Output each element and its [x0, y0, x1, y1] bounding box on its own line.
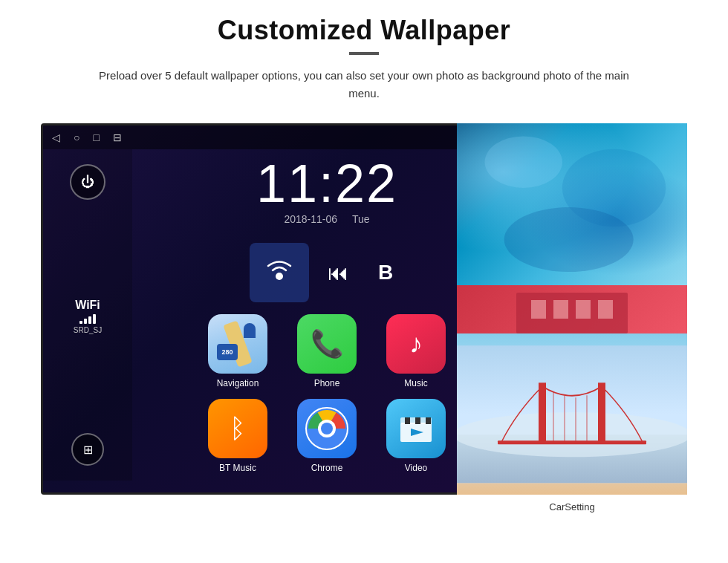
svg-rect-16 [553, 300, 568, 319]
svg-point-11 [485, 136, 562, 188]
bridge-scene-visual [457, 333, 687, 495]
wallpaper-thumb-ice[interactable] [457, 123, 687, 285]
wifi-bars [74, 313, 102, 324]
wallpaper-thumbnails [457, 123, 687, 495]
title-divider [349, 52, 379, 55]
wifi-bar-2 [84, 319, 87, 324]
svg-rect-9 [426, 417, 431, 424]
building-decoration [457, 285, 687, 333]
svg-rect-23 [598, 383, 605, 442]
back-icon[interactable]: ◁ [52, 131, 60, 143]
main-content: ⏻ WiFi SRD_SJ ⊞ 11:2 [43, 149, 521, 481]
wifi-ssid: SRD_SJ [74, 326, 102, 334]
media-b-icon[interactable]: B [367, 254, 404, 291]
wifi-bar-3 [88, 316, 91, 324]
chrome-logo-icon [305, 406, 349, 451]
apps-grid-button[interactable]: ⊞ [71, 433, 104, 466]
navigation-label: Navigation [217, 378, 259, 388]
chrome-label: Chrome [311, 463, 343, 473]
wallpaper-thumb-bridge[interactable] [457, 333, 687, 495]
ice-decoration [457, 123, 687, 285]
bluetooth-icon: ᛒ [230, 413, 246, 444]
date-value: 2018-11-06 [284, 213, 337, 225]
app-phone[interactable]: 📞 Phone [290, 314, 364, 388]
svg-rect-28 [498, 440, 646, 444]
page-description: Preload over 5 default wallpaper options… [97, 67, 631, 102]
clapperboard-icon [397, 414, 435, 443]
wifi-bar-1 [79, 321, 82, 324]
nav-pin [244, 323, 256, 338]
svg-point-4 [321, 423, 333, 435]
svg-rect-17 [576, 300, 591, 319]
page-title: Customized Wallpaper [218, 15, 511, 46]
app-music[interactable]: ♪ Music [379, 314, 453, 388]
app-bt-music[interactable]: ᛒ BT Music [201, 399, 275, 473]
wifi-media-icon[interactable] [250, 243, 309, 302]
music-label: Music [404, 378, 427, 388]
recent-icon[interactable]: □ [93, 131, 99, 143]
music-note-icon: ♪ [409, 328, 423, 359]
wifi-label: WiFi [74, 299, 102, 312]
bt-music-icon: ᛒ [208, 399, 267, 458]
apps-grid: 280 Navigation 📞 Phone [201, 314, 453, 473]
svg-rect-22 [539, 383, 546, 442]
date-display: 2018-11-06 Tue [284, 213, 369, 225]
car-setting-container: CarSetting [457, 500, 687, 513]
chrome-icon [297, 399, 357, 458]
app-navigation[interactable]: 280 Navigation [201, 314, 275, 388]
svg-rect-15 [531, 300, 546, 319]
skip-prev-icon[interactable]: ⏮ [319, 254, 357, 291]
video-icon [386, 399, 446, 458]
home-icon[interactable]: ○ [74, 131, 79, 143]
android-screen: ◁ ○ □ ⊟ 📍 ▼ 11:22 ⏻ WiFi [41, 123, 524, 495]
svg-point-13 [504, 207, 634, 272]
car-setting-label: CarSetting [549, 501, 594, 512]
app-video[interactable]: Video [379, 399, 453, 473]
music-icon: ♪ [386, 314, 446, 374]
nav-buttons: ◁ ○ □ ⊟ [52, 131, 122, 143]
left-sidebar: ⏻ WiFi SRD_SJ ⊞ [43, 149, 132, 481]
day-value: Tue [352, 213, 370, 225]
media-bar: ⏮ B [250, 243, 404, 302]
navigation-icon: 280 [208, 314, 267, 374]
svg-rect-7 [405, 417, 410, 424]
video-label: Video [405, 463, 427, 473]
screen-area: ◁ ○ □ ⊟ 📍 ▼ 11:22 ⏻ WiFi [41, 123, 687, 495]
clock-display: 11:22 [256, 157, 397, 210]
wallpaper-thumb-building[interactable] [457, 285, 687, 333]
svg-rect-8 [415, 417, 420, 424]
phone-icon: 📞 [297, 314, 357, 374]
svg-point-0 [276, 273, 283, 280]
page-container: Customized Wallpaper Preload over 5 defa… [0, 0, 728, 563]
wifi-bar-4 [93, 314, 96, 324]
wifi-info: WiFi SRD_SJ [74, 299, 102, 334]
svg-point-21 [457, 412, 687, 457]
svg-rect-18 [598, 300, 613, 319]
status-bar: ◁ ○ □ ⊟ 📍 ▼ 11:22 [43, 126, 521, 149]
bt-music-label: BT Music [219, 463, 256, 473]
nav-shield: 280 [217, 344, 238, 360]
screenshot-icon[interactable]: ⊟ [113, 131, 122, 143]
power-button[interactable]: ⏻ [70, 164, 105, 200]
wifi-waves-icon [261, 254, 298, 291]
phone-label: Phone [314, 378, 340, 388]
app-chrome[interactable]: Chrome [290, 399, 364, 473]
